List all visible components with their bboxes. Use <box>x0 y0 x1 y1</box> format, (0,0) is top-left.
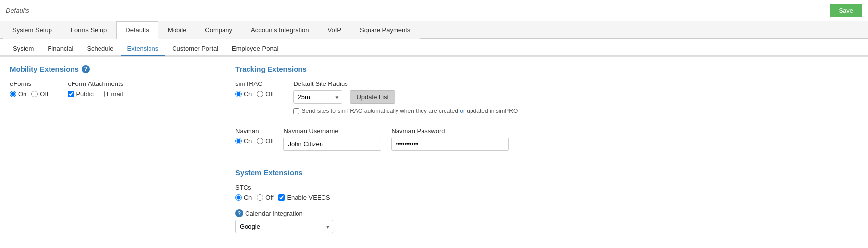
tab-accounts-integration[interactable]: Accounts Integration <box>242 21 319 39</box>
calendar-integration-label: ? Calendar Integration <box>235 209 858 217</box>
stcs-radio-row: On Off Enable VEECS <box>235 194 858 201</box>
calendar-help-icon[interactable]: ? <box>235 209 243 217</box>
calendar-integration-select[interactable]: Google Outlook None <box>235 220 333 233</box>
simtrac-on-option[interactable]: On <box>235 90 252 98</box>
simtrac-off-radio[interactable] <box>257 91 263 97</box>
eform-attachments-group: eForm Attachments Public Email <box>68 80 123 98</box>
eform-public-option[interactable]: Public <box>68 90 93 98</box>
stcs-enable-veecs-option[interactable]: Enable VEECS <box>278 194 330 201</box>
eform-email-checkbox[interactable] <box>99 91 105 97</box>
sub-tab-customer-portal[interactable]: Customer Portal <box>165 42 225 56</box>
stcs-off-radio[interactable] <box>257 194 263 201</box>
save-button[interactable]: Save <box>830 4 862 17</box>
eforms-off-option[interactable]: Off <box>31 90 48 98</box>
update-list-button[interactable]: Update List <box>350 90 395 104</box>
main-content: Mobility Extensions ? eForms On Off <box>0 57 868 248</box>
navman-off-radio[interactable] <box>257 138 263 144</box>
simtrac-row: simTRAC On Off Default Site Radius <box>235 80 858 122</box>
navman-label: Navman <box>235 127 273 135</box>
simtrac-or-link[interactable]: or <box>460 108 465 114</box>
stcs-on-radio[interactable] <box>235 194 242 201</box>
mobility-extensions-section: Mobility Extensions ? eForms On Off <box>10 65 206 241</box>
default-site-radius-label: Default Site Radius <box>293 80 518 87</box>
sub-tab-system[interactable]: System <box>6 42 41 56</box>
eform-attachments-label: eForm Attachments <box>68 80 123 87</box>
mobility-extensions-help-icon[interactable]: ? <box>82 65 90 73</box>
mobility-extensions-title: Mobility Extensions ? <box>10 65 206 73</box>
eform-attachments-options: Public Email <box>68 90 123 98</box>
simtrac-radio-group: On Off <box>235 90 273 98</box>
navman-off-option[interactable]: Off <box>257 138 273 145</box>
tracking-extensions-section: Tracking Extensions simTRAC On Off <box>235 65 858 159</box>
top-bar: Defaults Save <box>0 0 868 21</box>
simtrac-group: simTRAC On Off <box>235 80 273 98</box>
sub-tab-employee-portal[interactable]: Employee Portal <box>225 42 285 56</box>
sub-tabs: System Financial Schedule Extensions Cus… <box>0 39 868 56</box>
navman-on-option[interactable]: On <box>235 138 252 145</box>
default-site-radius-row: 10m 25m 50m 100m 200m ▼ Update List <box>293 90 518 104</box>
tab-mobile[interactable]: Mobile <box>158 21 196 39</box>
eforms-on-radio[interactable] <box>10 91 16 97</box>
default-site-radius-group: Default Site Radius 10m 25m 50m 100m 200… <box>293 80 518 114</box>
eforms-label: eForms <box>10 80 48 87</box>
calendar-integration-select-wrapper: Google Outlook None ▼ <box>235 220 333 233</box>
navman-password-label: Navman Password <box>391 127 509 135</box>
page-title: Defaults <box>6 7 29 14</box>
eforms-group: eForms On Off <box>10 80 48 98</box>
simtrac-auto-send-checkbox[interactable] <box>293 108 299 114</box>
stcs-label: STCs <box>235 184 858 191</box>
navman-password-group: Navman Password <box>391 127 509 151</box>
tab-voip[interactable]: VoIP <box>319 21 350 39</box>
system-extensions-title: System Extensions <box>235 168 858 177</box>
sub-tab-financial[interactable]: Financial <box>41 42 80 56</box>
tab-defaults[interactable]: Defaults <box>116 21 158 39</box>
simtrac-off-option[interactable]: Off <box>257 90 273 98</box>
navman-radio-group: On Off <box>235 138 273 145</box>
navman-row: Navman On Off Navman Username <box>235 127 858 159</box>
simtrac-on-radio[interactable] <box>235 91 242 97</box>
mobility-fields: eForms On Off eForm Attachments <box>10 80 206 106</box>
eforms-on-option[interactable]: On <box>10 90 26 98</box>
eforms-radio-group: On Off <box>10 90 48 98</box>
stcs-on-option[interactable]: On <box>235 194 252 201</box>
tab-system-setup[interactable]: System Setup <box>3 21 61 39</box>
navman-on-radio[interactable] <box>235 138 242 144</box>
navman-password-input[interactable] <box>391 138 509 151</box>
navman-username-input[interactable] <box>283 138 381 151</box>
sub-tab-schedule[interactable]: Schedule <box>80 42 120 56</box>
stcs-group: STCs On Off Enable VEECS <box>235 184 858 201</box>
tab-forms-setup[interactable]: Forms Setup <box>61 21 116 39</box>
simtrac-label: simTRAC <box>235 80 273 87</box>
tab-square-payments[interactable]: Square Payments <box>350 21 420 39</box>
eforms-off-radio[interactable] <box>31 91 38 97</box>
eform-email-option[interactable]: Email <box>99 90 123 98</box>
stcs-enable-veecs-checkbox[interactable] <box>278 194 285 201</box>
navman-username-group: Navman Username <box>283 127 381 151</box>
navman-group: Navman On Off <box>235 127 273 145</box>
eform-public-checkbox[interactable] <box>68 91 74 97</box>
tab-company[interactable]: Company <box>196 21 242 39</box>
default-site-radius-select-wrapper: 10m 25m 50m 100m 200m ▼ <box>293 90 342 104</box>
stcs-off-option[interactable]: Off <box>257 194 273 201</box>
sub-tab-extensions[interactable]: Extensions <box>121 42 166 56</box>
default-site-radius-select[interactable]: 10m 25m 50m 100m 200m <box>293 90 342 104</box>
tracking-extensions-title: Tracking Extensions <box>235 65 858 73</box>
navman-username-label: Navman Username <box>283 127 381 135</box>
system-extensions-section: System Extensions STCs On Off E <box>235 168 858 233</box>
right-section: Tracking Extensions simTRAC On Off <box>235 65 858 241</box>
main-tabs: System Setup Forms Setup Defaults Mobile… <box>0 21 868 39</box>
simtrac-note: Send sites to simTRAC automatically when… <box>293 108 518 114</box>
calendar-integration-group: ? Calendar Integration Google Outlook No… <box>235 209 858 233</box>
